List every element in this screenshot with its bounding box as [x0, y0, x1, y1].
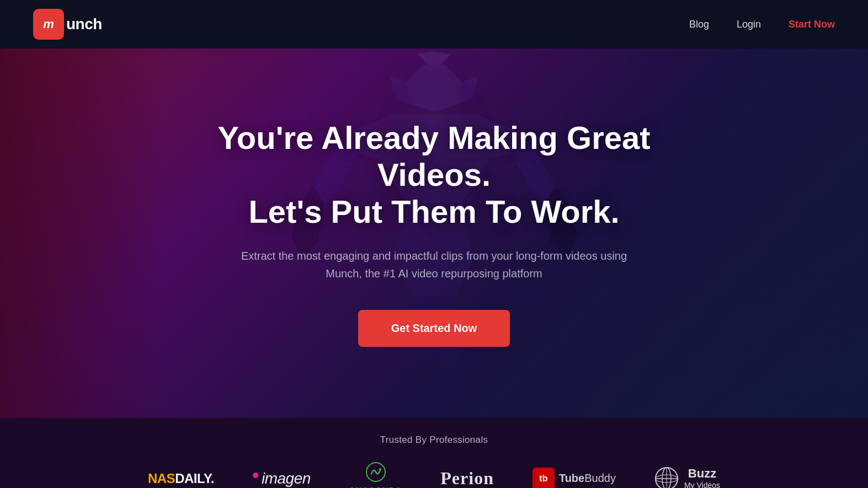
- logo[interactable]: m unch: [33, 9, 102, 40]
- tubebuddy-text: TubeBuddy: [559, 472, 616, 485]
- imagen-dot-icon: [253, 473, 258, 478]
- buzzmyvideos-globe-icon: [654, 466, 679, 489]
- nasdaily-daily: DAILY.: [175, 471, 214, 486]
- hero-section: You're Already Making Great Videos. Let'…: [0, 49, 868, 418]
- hero-content: You're Already Making Great Videos. Let'…: [186, 120, 683, 346]
- imagen-text: imagen: [262, 470, 311, 487]
- logo-perion: Perion: [440, 468, 494, 488]
- buzz-label: Buzz: [684, 466, 720, 481]
- logo-name: unch: [66, 15, 102, 33]
- hero-title-line1: You're Already Making Great Videos.: [217, 120, 650, 192]
- trusted-logos-row: NASDAILY. imagen ANACONDA Perion tb: [33, 462, 835, 488]
- nav-links: Blog Login Start Now: [689, 19, 835, 30]
- tubebuddy-tube: Tube: [559, 472, 584, 484]
- nasdaily-nas: NAS: [148, 471, 175, 486]
- hero-subtitle: Extract the most engaging and impactful …: [241, 247, 627, 282]
- get-started-button[interactable]: Get Started Now: [358, 310, 510, 347]
- perion-text: Perion: [440, 468, 494, 488]
- tubebuddy-icon: tb: [532, 468, 555, 489]
- anaconda-snake-icon: [366, 462, 386, 482]
- logo-icon-box: m: [33, 9, 64, 40]
- logo-buzzmyvideos: Buzz My Videos: [654, 466, 720, 489]
- tubebuddy-buddy: Buddy: [584, 472, 616, 484]
- svg-point-16: [379, 468, 381, 470]
- tubebuddy-icon-text: tb: [539, 474, 547, 484]
- anaconda-text: ANACONDA: [349, 485, 402, 488]
- navbar: m unch Blog Login Start Now: [0, 0, 868, 49]
- logo-anaconda: ANACONDA: [349, 462, 402, 488]
- buzzmyvideos-text: Buzz My Videos: [684, 466, 720, 488]
- hero-left-overlay: [0, 49, 166, 418]
- nav-start-now-link[interactable]: Start Now: [789, 19, 835, 30]
- trusted-label: Trusted By Professionals: [33, 435, 835, 446]
- logo-imagen: imagen: [253, 470, 311, 487]
- trusted-section: Trusted By Professionals NASDAILY. image…: [0, 418, 868, 488]
- nav-blog-link[interactable]: Blog: [689, 19, 709, 30]
- logo-tubebuddy: tb TubeBuddy: [532, 468, 616, 489]
- logo-nasdaily: NASDAILY.: [148, 471, 214, 486]
- nav-login-link[interactable]: Login: [737, 19, 761, 30]
- myvideos-label: My Videos: [684, 481, 720, 488]
- hero-title: You're Already Making Great Videos. Let'…: [208, 120, 661, 230]
- logo-letter: m: [43, 17, 54, 31]
- hero-title-line2: Let's Put Them To Work.: [248, 194, 619, 229]
